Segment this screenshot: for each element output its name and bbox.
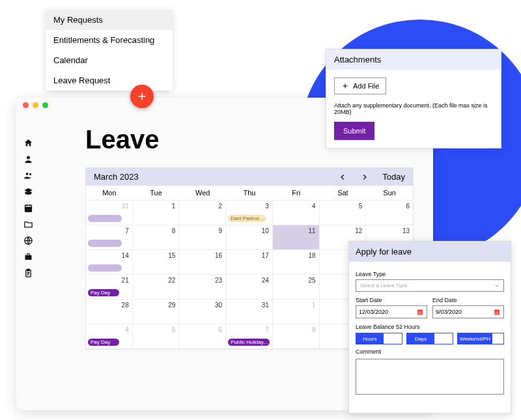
calendar-cell[interactable]: 8 bbox=[273, 324, 320, 349]
calendar-cell[interactable]: 2 bbox=[179, 201, 226, 225]
calendar-cell[interactable]: 18 bbox=[273, 250, 320, 275]
calendar-cell[interactable]: 8 bbox=[133, 225, 180, 250]
calendar-cell[interactable]: 5 bbox=[320, 201, 367, 225]
calendar-event[interactable] bbox=[88, 240, 122, 247]
calendar-event[interactable]: Public Holiday... bbox=[228, 339, 270, 346]
nav-briefcase-icon[interactable] bbox=[23, 252, 33, 262]
svg-rect-13 bbox=[495, 311, 499, 315]
calendar-cell[interactable]: 22 bbox=[133, 275, 180, 300]
calendar-cell[interactable]: 3Dani Padros ... bbox=[226, 201, 273, 225]
start-date-input[interactable]: 12/03/2020 bbox=[356, 305, 427, 318]
calendar-cell[interactable]: 17 bbox=[226, 250, 273, 275]
calendar-cell[interactable]: 15 bbox=[133, 250, 180, 275]
calendar-day-header: Fri bbox=[273, 186, 320, 201]
calendar-cell[interactable]: 31 bbox=[86, 201, 133, 225]
calendar-cell[interactable]: 11 bbox=[273, 225, 320, 250]
hours-toggle[interactable]: Hours bbox=[356, 333, 402, 344]
leave-menu-dropdown: My RequestsEntitlements & ForecastingCal… bbox=[46, 10, 173, 91]
window-maximize-button[interactable] bbox=[42, 102, 48, 108]
nav-people-icon[interactable] bbox=[23, 171, 33, 180]
nav-home-icon[interactable] bbox=[23, 138, 33, 148]
calendar-event[interactable] bbox=[88, 215, 122, 222]
nav-globe-icon[interactable] bbox=[23, 236, 33, 245]
dropdown-item[interactable]: Leave Request bbox=[46, 70, 173, 91]
end-date-input[interactable]: 9/03/2020 bbox=[432, 305, 504, 318]
attachments-hint: Attach any supplementary document. (Each… bbox=[326, 102, 501, 122]
calendar-cell[interactable]: 1 bbox=[133, 201, 180, 225]
calendar-cell[interactable]: 5 bbox=[133, 324, 180, 349]
calendar-event[interactable] bbox=[88, 264, 122, 272]
plus-icon bbox=[341, 82, 349, 90]
add-file-label: Add File bbox=[353, 82, 379, 90]
leave-type-placeholder: Select a Leave Type bbox=[360, 283, 407, 288]
calendar-cell[interactable]: 7 bbox=[86, 225, 133, 250]
calendar-event[interactable]: Pay Day bbox=[88, 289, 119, 296]
leave-balance-label: Leave Balance 52 Hours bbox=[356, 324, 504, 330]
calendar-month-label: March 2023 bbox=[94, 172, 139, 182]
calendar-next-button[interactable] bbox=[360, 173, 369, 182]
calendar-cell[interactable]: 24 bbox=[226, 275, 273, 300]
days-toggle[interactable]: Days bbox=[406, 333, 453, 344]
add-fab-button[interactable] bbox=[130, 85, 154, 108]
comment-label: Comment bbox=[356, 348, 504, 355]
nav-education-icon[interactable] bbox=[23, 187, 33, 197]
nav-clipboard-icon[interactable] bbox=[23, 268, 33, 278]
leave-type-label: Leave Type bbox=[356, 271, 504, 277]
attachments-card: Attachments Add File Attach any suppleme… bbox=[326, 49, 501, 148]
calendar-cell[interactable]: 31 bbox=[226, 300, 273, 324]
calendar-day-header: Mon bbox=[86, 186, 133, 201]
nav-calendar-icon[interactable] bbox=[23, 203, 33, 213]
dropdown-item[interactable]: Calendar bbox=[46, 50, 173, 70]
nav-profile-icon[interactable] bbox=[23, 154, 33, 164]
comment-textarea[interactable] bbox=[356, 359, 504, 395]
svg-point-0 bbox=[27, 156, 30, 160]
calendar-cell[interactable]: 29 bbox=[133, 300, 180, 324]
calendar-cell[interactable]: 14 bbox=[86, 250, 133, 275]
calendar-cell[interactable]: 6 bbox=[366, 201, 413, 225]
calendar-cell[interactable]: 1 bbox=[273, 300, 320, 324]
calendar-event[interactable]: Pay Day bbox=[88, 339, 119, 346]
calendar-cell[interactable]: 23 bbox=[179, 275, 226, 300]
calendar-day-header: Sun bbox=[366, 186, 413, 201]
calendar-cell[interactable]: 30 bbox=[179, 300, 226, 324]
svg-rect-9 bbox=[27, 269, 29, 271]
dropdown-item[interactable]: Entitlements & Forecasting bbox=[46, 30, 173, 50]
calendar-event[interactable]: Dani Padros ... bbox=[228, 215, 266, 222]
calendar-cell[interactable]: 7Public Holiday... bbox=[226, 324, 273, 349]
nav-folder-icon[interactable] bbox=[23, 219, 33, 229]
svg-point-2 bbox=[29, 173, 31, 175]
add-file-button[interactable]: Add File bbox=[334, 77, 386, 94]
leave-type-select[interactable]: Select a Leave Type bbox=[356, 279, 504, 292]
calendar-day-header: Tue bbox=[133, 186, 180, 201]
calendar-cell[interactable]: 21Pay Day bbox=[86, 275, 133, 300]
calendar-cell[interactable]: 4 bbox=[273, 201, 320, 225]
svg-rect-7 bbox=[25, 255, 31, 260]
apply-leave-card: Apply for leave Leave Type Select a Leav… bbox=[348, 241, 511, 413]
submit-button[interactable]: Submit bbox=[334, 122, 374, 140]
calendar-cell[interactable]: 28 bbox=[86, 300, 133, 324]
calendar-cell[interactable]: 9 bbox=[179, 225, 226, 250]
calendar-cell[interactable]: 10 bbox=[226, 225, 273, 250]
window-minimize-button[interactable] bbox=[33, 102, 38, 108]
start-date-label: Start Date bbox=[356, 297, 427, 303]
calendar-cell[interactable]: 4Pay Day bbox=[86, 324, 133, 349]
calendar-day-header: Sat bbox=[320, 186, 367, 201]
weekend-toggle[interactable]: Weekend/PH bbox=[457, 333, 504, 344]
calendar-today-button[interactable]: Today bbox=[382, 172, 405, 182]
svg-point-1 bbox=[25, 173, 28, 175]
end-date-label: End Date bbox=[432, 297, 504, 303]
window-close-button[interactable] bbox=[23, 102, 29, 108]
plus-icon bbox=[136, 91, 148, 102]
calendar-cell[interactable]: 25 bbox=[273, 275, 320, 300]
calendar-icon bbox=[493, 308, 501, 316]
calendar-cell[interactable]: 16 bbox=[179, 250, 226, 275]
chevron-down-icon bbox=[494, 283, 500, 288]
calendar-prev-button[interactable] bbox=[338, 173, 347, 182]
sidebar-nav bbox=[16, 137, 40, 410]
calendar-header: March 2023 Today bbox=[86, 168, 413, 186]
calendar-cell[interactable]: 6 bbox=[179, 324, 226, 349]
calendar-icon bbox=[416, 308, 424, 316]
calendar-day-header: Wed bbox=[179, 186, 226, 201]
svg-rect-11 bbox=[418, 311, 422, 315]
dropdown-item[interactable]: My Requests bbox=[46, 10, 173, 30]
